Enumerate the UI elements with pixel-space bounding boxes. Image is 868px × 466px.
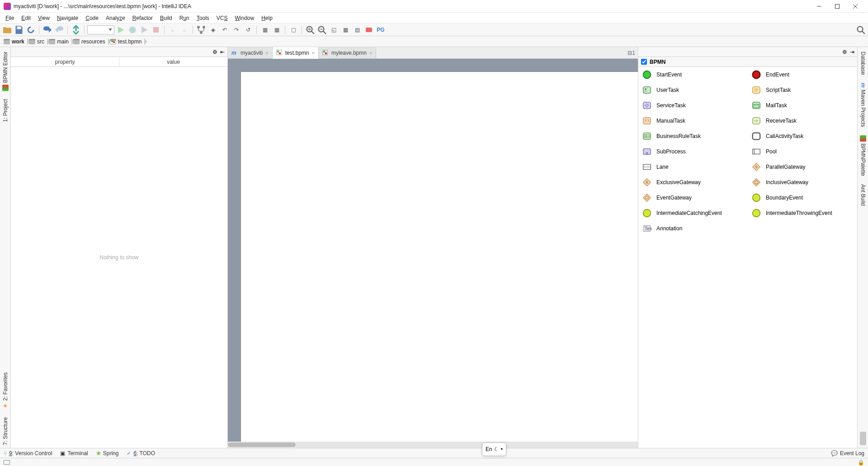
breadcrumb-item[interactable]: test.bpmn (108, 37, 145, 46)
palette-item-businessruletask[interactable]: BusinessRuleTask (638, 128, 748, 144)
gutter-tab-ant[interactable]: Ant Build (859, 181, 867, 209)
palette-item-endevent[interactable]: EndEvent (748, 67, 857, 82)
palette-item-subprocess[interactable]: SubProcess (638, 144, 748, 159)
menu-help[interactable]: Help (258, 14, 276, 22)
collapse-icon[interactable]: ⇤ (220, 49, 225, 55)
branch-button[interactable] (196, 25, 207, 35)
close-button[interactable] (846, 1, 864, 12)
palette-item-annotation[interactable]: TextAnnotation (638, 221, 748, 236)
palette-section-header[interactable]: BPMN (638, 57, 857, 67)
menu-code[interactable]: Code (82, 14, 102, 22)
gutter-tab-favorites[interactable]: ★2: Favorites (1, 370, 9, 412)
menu-build[interactable]: Build (156, 14, 176, 22)
palette-item-usertask[interactable]: UserTask (638, 82, 748, 98)
vcs-update-button[interactable] (71, 25, 81, 35)
palette-item-eventgateway[interactable]: EventGateway (638, 190, 748, 205)
minimize-button[interactable] (810, 1, 828, 12)
editor-tab[interactable]: mmyactiviti× (228, 47, 273, 58)
menu-vcs[interactable]: VCS (213, 14, 231, 22)
collapse-icon[interactable]: ⇥ (850, 49, 854, 55)
zoom-fit-button[interactable]: ◱ (328, 25, 339, 35)
menu-file[interactable]: File (2, 14, 18, 22)
back-nav-button[interactable]: ↶ (219, 25, 230, 35)
split-indicator[interactable]: ⊟1 (627, 50, 635, 56)
palette-item-manualtask[interactable]: ManualTask (638, 113, 748, 128)
gutter-tab-database[interactable]: Database (859, 49, 867, 77)
close-tab-icon[interactable]: × (311, 50, 314, 56)
zoom-out-button[interactable] (316, 25, 327, 35)
tool-window-toggle-icon[interactable] (4, 460, 10, 465)
export-button[interactable] (363, 25, 374, 35)
palette-item-intermediatecatchingevent[interactable]: IntermediateCatchingEvent (638, 205, 748, 221)
gutter-tab-maven[interactable]: mMaven Projects (859, 80, 867, 129)
breadcrumb-item[interactable]: main (47, 37, 71, 46)
forward-nav-button[interactable]: ↷ (231, 25, 242, 35)
menu-edit[interactable]: Edit (18, 14, 34, 22)
menu-refactor[interactable]: Refactor (129, 14, 156, 22)
run-coverage-button[interactable] (139, 25, 150, 35)
maximize-button[interactable] (828, 1, 846, 12)
palette-item-intermediatethrowingevent[interactable]: IntermediateThrowingEvent (748, 205, 857, 221)
palette-item-startevent[interactable]: StartEvent (638, 67, 748, 82)
editor-tab[interactable]: myleave.bpmn× (319, 47, 376, 58)
editor-tab[interactable]: test.bpmn× (273, 47, 319, 59)
table-button[interactable]: ▤ (352, 25, 363, 35)
gear-icon[interactable]: ⚙ (212, 49, 217, 55)
menu-window[interactable]: Window (231, 14, 258, 22)
menu-run[interactable]: Run (176, 14, 193, 22)
gear-icon[interactable]: ⚙ (842, 49, 847, 55)
close-tab-icon[interactable]: × (265, 50, 268, 56)
search-everywhere-button[interactable] (855, 25, 866, 35)
gutter-tab-project[interactable]: 1: Project (1, 96, 9, 125)
palette-item-inclusivegateway[interactable]: InclusiveGateway (748, 175, 857, 190)
structure-button[interactable]: ◈ (208, 25, 218, 35)
breadcrumb-item[interactable]: src (27, 37, 47, 46)
gutter-tab-bpmn-editor[interactable]: BPMN Editor (1, 49, 9, 94)
run-button[interactable] (115, 25, 126, 35)
align-right-button[interactable]: ⫠ (179, 25, 190, 35)
stop-button[interactable] (151, 25, 161, 35)
debug-button[interactable] (127, 25, 138, 35)
tool-version-control[interactable]: ⑂9: Version Control (4, 450, 52, 456)
palette-section-checkbox[interactable] (641, 59, 647, 65)
revert-button[interactable]: ↺ (243, 25, 254, 35)
palette-item-mailtask[interactable]: MailTask (748, 98, 857, 113)
pg-button[interactable]: PG (375, 25, 386, 35)
zoom-in-button[interactable] (305, 25, 316, 35)
palette-item-parallelgateway[interactable]: ParallelGateway (748, 159, 857, 175)
gutter-tab-structure[interactable]: 7: Structure (1, 414, 9, 448)
save-button[interactable] (14, 25, 24, 35)
status-lock-icon[interactable]: 🔒 (858, 459, 864, 466)
palette-item-servicetask[interactable]: ServiceTask (638, 98, 748, 113)
open-button[interactable] (2, 25, 13, 35)
tool-event-log[interactable]: 💬Event Log (831, 450, 864, 456)
right-gutter-toggle[interactable] (860, 432, 866, 445)
palette-item-exclusivegateway[interactable]: ExclusiveGateway (638, 175, 748, 190)
ime-indicator[interactable]: En☾• (482, 442, 506, 456)
menu-navigate[interactable]: Navigate (53, 14, 82, 22)
align-left-button[interactable]: ⫠ (167, 25, 178, 35)
palette-item-boundaryevent[interactable]: BoundaryEvent (748, 190, 857, 205)
gutter-tab-bpmn-palette[interactable]: BPMNPalette (859, 133, 867, 179)
canvas-sheet[interactable] (241, 71, 638, 448)
close-tab-icon[interactable]: × (369, 50, 372, 56)
menu-view[interactable]: View (34, 14, 53, 22)
sync-button[interactable] (25, 25, 36, 35)
bpmn-canvas[interactable] (228, 59, 638, 448)
tool-todo[interactable]: ✓6: TODO (127, 450, 155, 456)
tool-terminal[interactable]: ▣Terminal (60, 450, 88, 456)
breadcrumb-item[interactable]: resources (71, 37, 108, 46)
palette-item-scripttask[interactable]: ScriptTask (748, 82, 857, 98)
undo-button[interactable] (42, 25, 53, 35)
db-button[interactable]: ▦ (259, 25, 270, 35)
palette-item-pool[interactable]: Pool (748, 144, 857, 159)
palette-item-callactivitytask[interactable]: CallActivityTask (748, 128, 857, 144)
db2-button[interactable]: ▦ (271, 25, 282, 35)
redo-button[interactable] (54, 25, 65, 35)
menu-analyze[interactable]: Analyze (102, 14, 129, 22)
palette-item-receivetask[interactable]: ReceiveTask (748, 113, 857, 128)
horizontal-scrollbar[interactable] (228, 442, 638, 448)
tool-spring[interactable]: ❀Spring (96, 450, 119, 456)
palette-item-lane[interactable]: Lane (638, 159, 748, 175)
diagram-button[interactable]: ▢ (288, 25, 299, 35)
